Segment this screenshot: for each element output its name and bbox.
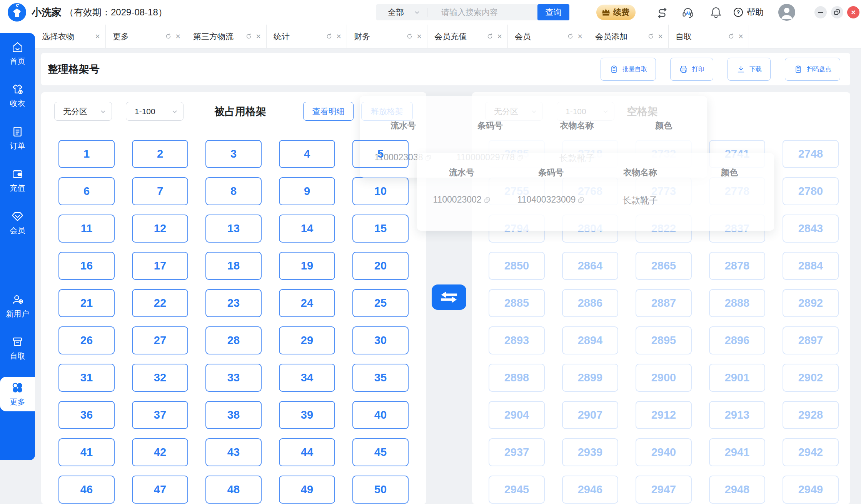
rack-cell[interactable]: 10 xyxy=(352,177,409,205)
rack-cell[interactable]: 30 xyxy=(352,326,409,354)
rack-cell[interactable]: 11 xyxy=(58,215,115,243)
rack-cell[interactable]: 40 xyxy=(352,401,409,429)
tab-refresh-icon[interactable] xyxy=(567,33,574,40)
批量自取-button[interactable]: 批量自取 xyxy=(601,58,656,81)
rack-cell[interactable]: 47 xyxy=(132,476,188,504)
rack-cell[interactable]: 44 xyxy=(279,438,335,466)
rack-cell[interactable]: 2892 xyxy=(783,289,839,317)
rack-cell[interactable]: 39 xyxy=(279,401,335,429)
rack-cell[interactable]: 2947 xyxy=(636,476,692,504)
tab-close-icon[interactable]: × xyxy=(417,32,422,41)
rack-cell[interactable]: 31 xyxy=(58,364,115,392)
打印-button[interactable]: 打印 xyxy=(670,58,713,81)
rack-cell[interactable]: 2886 xyxy=(562,289,618,317)
rack-cell[interactable]: 21 xyxy=(58,289,115,317)
sidebar-item-自取[interactable]: 自取 xyxy=(0,336,35,361)
tab-refresh-icon[interactable] xyxy=(647,33,654,40)
search-input[interactable]: 请输入搜索内容 xyxy=(427,7,537,18)
rack-cell[interactable]: 41 xyxy=(58,438,115,466)
renew-button[interactable]: 续费 xyxy=(596,5,636,20)
rack-cell[interactable]: 2878 xyxy=(709,252,765,280)
tab-item[interactable]: 会员充值× xyxy=(427,25,508,48)
rack-cell[interactable]: 2941 xyxy=(709,438,765,466)
tab-item[interactable]: 更多× xyxy=(106,25,186,48)
transfer-icon[interactable] xyxy=(656,6,668,18)
rack-cell[interactable]: 2901 xyxy=(709,364,765,392)
rack-cell[interactable]: 50 xyxy=(352,476,409,504)
rack-cell[interactable]: 43 xyxy=(205,438,262,466)
tab-refresh-icon[interactable] xyxy=(406,33,413,40)
tab-item[interactable]: 会员× xyxy=(508,25,588,48)
rack-cell[interactable]: 27 xyxy=(132,326,188,354)
rack-cell[interactable]: 2912 xyxy=(636,401,692,429)
rack-cell[interactable]: 16 xyxy=(58,252,115,280)
tab-close-icon[interactable]: × xyxy=(336,32,341,41)
left-range-select[interactable]: 1-100 xyxy=(126,102,184,121)
help-button[interactable]: ? 帮助 xyxy=(733,0,764,25)
rack-cell[interactable]: 49 xyxy=(279,476,335,504)
rack-cell[interactable]: 29 xyxy=(279,326,335,354)
rack-cell[interactable]: 38 xyxy=(205,401,262,429)
rack-cell[interactable]: 2940 xyxy=(636,438,692,466)
扫码盘点-button[interactable]: 扫码盘点 xyxy=(785,58,840,81)
window-minimize-button[interactable] xyxy=(814,6,827,18)
notifications-bell-icon[interactable] xyxy=(710,6,722,18)
rack-cell[interactable]: 23 xyxy=(205,289,262,317)
rack-cell[interactable]: 36 xyxy=(58,401,115,429)
tab-item[interactable]: 会员添加× xyxy=(588,25,669,48)
tab-close-icon[interactable]: × xyxy=(738,32,743,41)
rack-cell[interactable]: 2945 xyxy=(489,476,545,504)
sidebar-item-会员[interactable]: 会员 xyxy=(0,210,35,236)
rack-cell[interactable]: 24 xyxy=(279,289,335,317)
view-detail-button[interactable]: 查看明细 xyxy=(303,102,354,121)
tab-close-icon[interactable]: × xyxy=(658,32,663,41)
rack-cell[interactable]: 14 xyxy=(279,215,335,243)
rack-cell[interactable]: 28 xyxy=(205,326,262,354)
rack-cell[interactable]: 4 xyxy=(279,140,335,168)
rack-cell[interactable]: 2902 xyxy=(783,364,839,392)
rack-cell[interactable]: 2850 xyxy=(489,252,545,280)
sidebar-item-更多[interactable]: 更多 xyxy=(0,377,35,411)
rack-cell[interactable]: 12 xyxy=(132,215,188,243)
rack-cell[interactable]: 48 xyxy=(205,476,262,504)
rack-cell[interactable]: 2884 xyxy=(783,252,839,280)
window-restore-button[interactable] xyxy=(831,6,843,18)
rack-cell[interactable]: 2904 xyxy=(489,401,545,429)
rack-cell[interactable]: 25 xyxy=(352,289,409,317)
tab-refresh-icon[interactable] xyxy=(326,33,332,40)
rack-cell[interactable]: 2898 xyxy=(489,364,545,392)
下载-button[interactable]: 下载 xyxy=(728,58,771,81)
rack-cell[interactable]: 19 xyxy=(279,252,335,280)
tab-close-icon[interactable]: × xyxy=(256,32,261,41)
rack-cell[interactable]: 2885 xyxy=(489,289,545,317)
rack-cell[interactable]: 2865 xyxy=(636,252,692,280)
tab-item[interactable]: 第三方物流× xyxy=(186,25,267,48)
rack-cell[interactable]: 42 xyxy=(132,438,188,466)
sidebar-item-订单[interactable]: 订单 xyxy=(0,125,35,151)
sidebar-item-充值[interactable]: 充值 xyxy=(0,168,35,193)
search-button[interactable]: 查询 xyxy=(537,4,569,20)
rack-cell[interactable]: 26 xyxy=(58,326,115,354)
rack-cell[interactable]: 37 xyxy=(132,401,188,429)
rack-cell[interactable]: 2895 xyxy=(636,326,692,354)
rack-cell[interactable]: 2896 xyxy=(709,326,765,354)
rack-cell[interactable]: 45 xyxy=(352,438,409,466)
sidebar-item-首页[interactable]: 首页 xyxy=(0,41,35,67)
rack-cell[interactable]: 32 xyxy=(132,364,188,392)
rack-cell[interactable]: 2928 xyxy=(783,401,839,429)
rack-cell[interactable]: 7 xyxy=(132,177,188,205)
rack-cell[interactable]: 1 xyxy=(58,140,115,168)
rack-cell[interactable]: 2942 xyxy=(783,438,839,466)
rack-cell[interactable]: 2949 xyxy=(783,476,839,504)
rack-cell[interactable]: 2913 xyxy=(709,401,765,429)
tab-refresh-icon[interactable] xyxy=(487,33,493,40)
tab-refresh-icon[interactable] xyxy=(245,33,252,40)
rack-cell[interactable]: 18 xyxy=(205,252,262,280)
search-scope-select[interactable]: 全部 xyxy=(376,7,427,18)
rack-cell[interactable]: 17 xyxy=(132,252,188,280)
rack-cell[interactable]: 6 xyxy=(58,177,115,205)
rack-cell[interactable]: 2 xyxy=(132,140,188,168)
rack-cell[interactable]: 2907 xyxy=(562,401,618,429)
window-close-button[interactable]: × xyxy=(847,6,859,18)
tab-item[interactable]: 财务× xyxy=(347,25,427,48)
